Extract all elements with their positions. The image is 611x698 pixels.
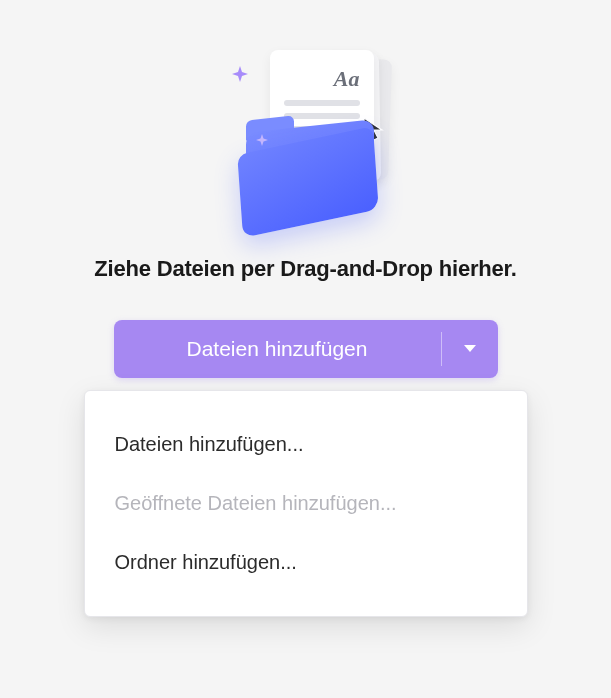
- menu-item-add-open-files: Geöffnete Dateien hinzufügen...: [85, 474, 527, 533]
- menu-item-label: Ordner hinzufügen...: [115, 551, 297, 573]
- drop-illustration: Aa: [206, 48, 406, 228]
- menu-item-add-files[interactable]: Dateien hinzufügen...: [85, 415, 527, 474]
- menu-item-label: Geöffnete Dateien hinzufügen...: [115, 492, 397, 514]
- sparkle-icon: [232, 66, 248, 82]
- add-files-split-button[interactable]: Dateien hinzufügen: [114, 320, 498, 378]
- add-files-dropdown-toggle[interactable]: [442, 320, 498, 378]
- add-files-label: Dateien hinzufügen: [187, 337, 368, 361]
- sparkle-icon: [256, 134, 268, 146]
- menu-item-add-folder[interactable]: Ordner hinzufügen...: [85, 533, 527, 592]
- add-files-menu: Dateien hinzufügen... Geöffnete Dateien …: [84, 390, 528, 617]
- menu-item-label: Dateien hinzufügen...: [115, 433, 304, 455]
- add-files-button[interactable]: Dateien hinzufügen: [114, 320, 441, 378]
- drop-headline: Ziehe Dateien per Drag-and-Drop hierher.: [94, 256, 516, 282]
- document-glyph: Aa: [284, 66, 360, 92]
- caret-down-icon: [463, 340, 477, 358]
